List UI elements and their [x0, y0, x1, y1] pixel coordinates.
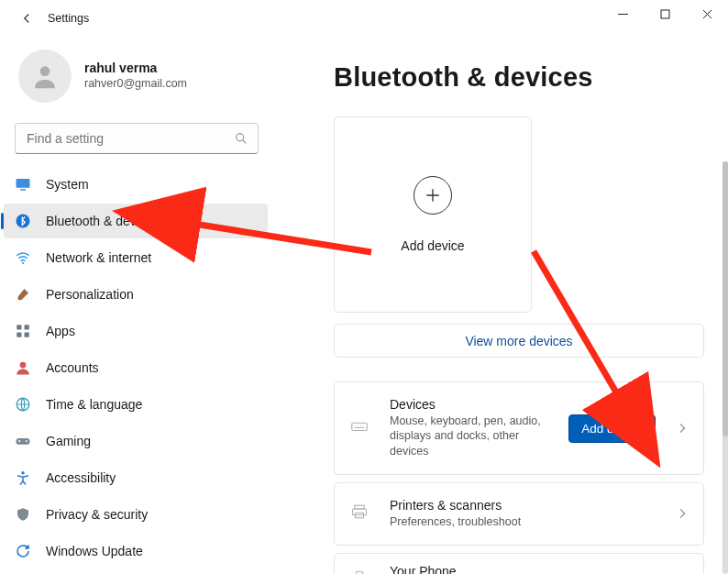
card-phone[interactable]: Your PhoneInstantly access your	[334, 553, 704, 575]
sidebar: rahul verma rahver0@gmail.com SystemBlue…	[0, 37, 282, 574]
scrollbar[interactable]	[722, 161, 728, 574]
chevron-right-icon	[674, 506, 690, 521]
brush-icon	[15, 286, 31, 303]
svg-point-1	[40, 66, 50, 76]
svg-rect-10	[25, 333, 29, 337]
wifi-icon	[15, 249, 31, 266]
sidebar-item-label: Network & internet	[46, 250, 151, 265]
apps-icon	[15, 323, 31, 339]
svg-point-6	[22, 262, 24, 264]
user-card[interactable]: rahul verma rahver0@gmail.com	[0, 39, 282, 117]
bluetooth-icon-wrap	[15, 213, 31, 229]
apps-icon-wrap	[15, 323, 31, 339]
svg-rect-3	[17, 179, 30, 188]
window-controls	[601, 0, 728, 28]
sidebar-item-label: System	[46, 177, 89, 192]
sidebar-item-accounts[interactable]: Accounts	[4, 350, 268, 385]
user-email: rahver0@gmail.com	[84, 76, 187, 93]
card-subtitle: Preferences, troubleshoot	[390, 514, 656, 530]
phone-icon-wrap	[351, 570, 371, 575]
sidebar-item-accessibility[interactable]: Accessibility	[4, 460, 268, 495]
chevron-right-icon	[674, 421, 690, 436]
keyboard-icon	[351, 418, 368, 435]
svg-rect-13	[17, 438, 30, 445]
svg-rect-16	[352, 423, 368, 430]
sidebar-item-update[interactable]: Windows Update	[4, 534, 268, 568]
sidebar-item-network[interactable]: Network & internet	[4, 240, 268, 275]
sidebar-item-label: Privacy & security	[46, 507, 148, 522]
page-title: Bluetooth & devices	[334, 62, 710, 93]
card-title: Printers & scanners	[390, 498, 656, 514]
sidebar-item-time[interactable]: Time & language	[4, 387, 268, 422]
gamepad-icon	[15, 433, 31, 449]
card-subtitle: Mouse, keyboard, pen, audio, displays an…	[390, 414, 550, 460]
maximize-button[interactable]	[644, 0, 686, 28]
shield-icon-wrap	[15, 506, 31, 523]
plus-circle-icon	[414, 176, 452, 215]
titlebar: Settings	[0, 0, 728, 37]
svg-rect-8	[25, 325, 29, 329]
window-title: Settings	[48, 12, 89, 25]
svg-rect-18	[353, 509, 367, 515]
sidebar-item-personalization[interactable]: Personalization	[4, 277, 268, 312]
bluetooth-icon	[15, 213, 31, 229]
back-button[interactable]	[11, 3, 42, 34]
minimize-button[interactable]	[601, 0, 644, 28]
sidebar-item-gaming[interactable]: Gaming	[4, 424, 268, 458]
svg-rect-0	[661, 10, 669, 18]
search-input[interactable]	[25, 130, 234, 147]
plus-icon	[424, 186, 442, 204]
close-icon	[702, 9, 712, 19]
svg-point-14	[26, 440, 28, 442]
keyboard-icon-wrap	[351, 418, 371, 438]
card-printers[interactable]: Printers & scannersPreferences, troubles…	[334, 482, 704, 545]
svg-rect-7	[17, 325, 21, 329]
minimize-icon	[618, 9, 628, 19]
content-area: Bluetooth & devices Add device View more…	[282, 37, 728, 574]
devices-action-button[interactable]: Add device	[568, 414, 656, 443]
gamepad-icon-wrap	[15, 433, 31, 449]
add-device-tile[interactable]: Add device	[334, 116, 532, 313]
close-button[interactable]	[686, 0, 728, 28]
search-icon	[234, 131, 248, 146]
sidebar-item-bluetooth[interactable]: Bluetooth & devices	[4, 204, 268, 238]
card-body: Printers & scannersPreferences, troubles…	[390, 498, 656, 529]
globe-icon-wrap	[15, 396, 31, 413]
svg-rect-9	[17, 333, 21, 337]
svg-rect-4	[20, 189, 26, 191]
display-icon-wrap	[15, 176, 31, 193]
search-box[interactable]	[15, 123, 259, 154]
person-icon	[30, 61, 60, 91]
view-more-label: View more devices	[465, 334, 572, 348]
shield-icon	[15, 506, 31, 523]
sidebar-item-apps[interactable]: Apps	[4, 314, 268, 348]
printer-icon-wrap	[351, 503, 371, 524]
person-icon	[15, 359, 31, 376]
update-icon-wrap	[15, 543, 31, 559]
sidebar-item-label: Personalization	[46, 287, 134, 302]
printer-icon	[351, 503, 368, 520]
sidebar-item-label: Apps	[46, 324, 75, 338]
card-body: Your PhoneInstantly access your	[390, 564, 656, 574]
nav-list: SystemBluetooth & devicesNetwork & inter…	[0, 167, 282, 568]
maximize-icon	[660, 9, 670, 19]
sidebar-item-label: Accessibility	[46, 470, 116, 485]
sidebar-item-label: Time & language	[46, 397, 142, 412]
sidebar-item-system[interactable]: System	[4, 167, 268, 202]
arrow-left-icon	[18, 10, 35, 27]
avatar	[18, 50, 72, 103]
update-icon	[15, 543, 31, 559]
svg-point-15	[21, 471, 24, 474]
card-devices[interactable]: DevicesMouse, keyboard, pen, audio, disp…	[334, 381, 704, 475]
card-title: Devices	[390, 397, 550, 414]
sidebar-item-label: Bluetooth & devices	[46, 214, 160, 228]
user-info: rahul verma rahver0@gmail.com	[84, 61, 187, 92]
sidebar-item-privacy[interactable]: Privacy & security	[4, 497, 268, 532]
accessibility-icon	[15, 469, 31, 486]
accessibility-icon-wrap	[15, 469, 31, 486]
phone-icon	[351, 570, 368, 575]
brush-icon-wrap	[15, 286, 31, 303]
person-icon-wrap	[15, 359, 31, 376]
view-more-devices-button[interactable]: View more devices	[334, 324, 704, 358]
sidebar-item-label: Accounts	[46, 360, 99, 375]
